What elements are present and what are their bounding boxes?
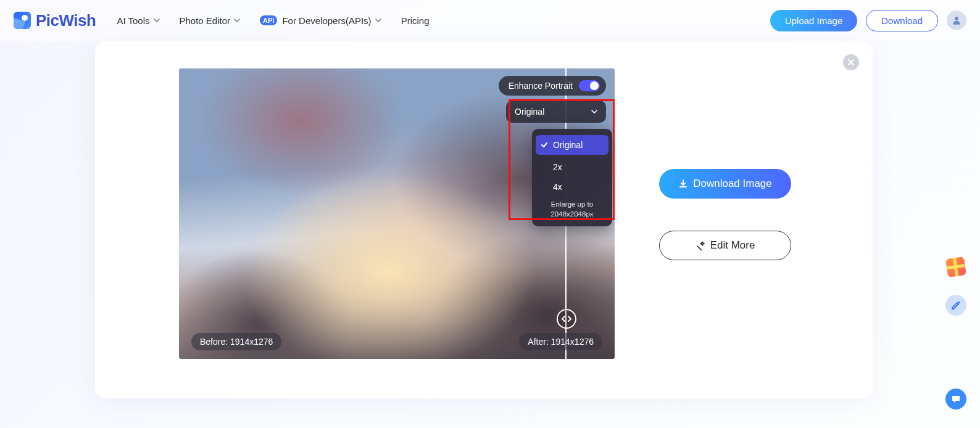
after-dimensions-label: After: 1914x1276 [519,333,602,350]
scale-option-4x[interactable]: 4x [532,177,612,197]
close-icon [847,59,855,66]
download-icon [678,179,688,189]
comparison-slider-handle[interactable] [557,309,576,329]
enhance-portrait-label: Enhance Portrait [509,81,573,91]
nav-photo-editor-label: Photo Editor [180,15,231,26]
magic-wand-icon [696,241,705,250]
svg-point-0 [955,17,958,20]
chat-icon [950,393,961,405]
chat-support-badge[interactable] [945,389,966,409]
download-header-button[interactable]: Download [866,10,938,31]
logo-icon [14,12,31,29]
action-buttons: Download Image Edit More [659,169,791,260]
user-icon [951,15,962,26]
nav-ai-tools-label: AI Tools [117,15,149,26]
scale-option-label: Original [553,140,583,150]
main-nav: AI Tools Photo Editor API For Developers… [117,15,429,26]
scale-dropdown-note: Enlarge up to 2048x2048px [532,199,612,219]
close-button[interactable] [843,54,859,70]
download-image-label: Download Image [693,178,772,190]
enhance-portrait-control: Enhance Portrait [499,76,606,96]
scale-dropdown: Original Original 2x 4x Enlarge up to [506,101,606,123]
image-comparison-preview: Before: 1914x1276 After: 1914x1276 Enhan… [179,68,615,359]
app-header: PicWish AI Tools Photo Editor API For De… [0,0,980,41]
scale-option-2x[interactable]: 2x [532,157,612,177]
chevron-down-icon [591,109,597,115]
nav-for-developers-label: For Developers(APIs) [282,15,371,26]
upload-image-button[interactable]: Upload Image [770,10,857,31]
quick-edit-badge[interactable] [945,295,966,316]
scale-dropdown-panel: Original 2x 4x Enlarge up to 2048x2048px [532,129,612,226]
brand-name: PicWish [36,11,96,30]
editor-card: Before: 1914x1276 After: 1914x1276 Enhan… [95,41,873,398]
before-dimensions-label: Before: 1914x1276 [191,333,281,350]
nav-photo-editor[interactable]: Photo Editor [180,15,241,26]
nav-ai-tools[interactable]: AI Tools [117,15,159,26]
brand-logo[interactable]: PicWish [14,11,96,30]
edit-more-button[interactable]: Edit More [659,231,791,260]
check-icon [541,141,548,149]
header-actions: Upload Image Download [770,10,966,31]
api-badge-icon: API [260,15,277,25]
nav-pricing[interactable]: Pricing [401,15,430,26]
chevron-down-icon [234,17,240,23]
chevron-down-icon [154,17,160,23]
scale-option-label: 4x [553,182,562,192]
gift-promo-icon[interactable] [945,257,966,278]
scale-option-label: 2x [553,162,562,172]
pencil-icon [950,300,961,311]
nav-pricing-label: Pricing [401,15,430,26]
user-avatar[interactable] [947,10,966,30]
scale-dropdown-selected: Original [515,107,544,117]
enhance-portrait-toggle[interactable] [579,80,600,91]
nav-for-developers[interactable]: API For Developers(APIs) [260,15,381,26]
slider-arrows-icon [562,315,571,323]
edit-more-label: Edit More [710,239,755,252]
chevron-down-icon [375,17,381,23]
scale-dropdown-trigger[interactable]: Original [506,101,606,123]
scale-option-original[interactable]: Original [536,135,608,155]
download-image-button[interactable]: Download Image [659,169,791,199]
